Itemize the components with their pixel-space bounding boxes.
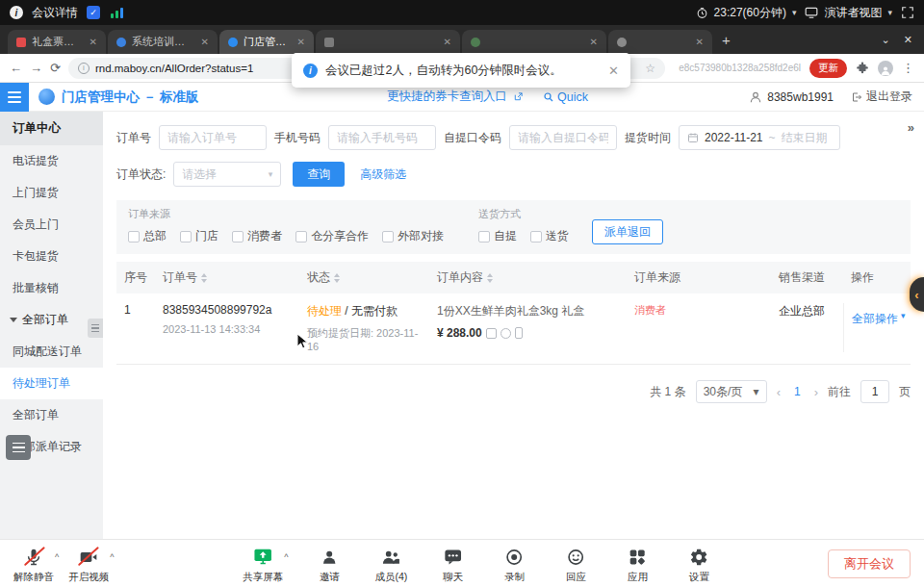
fullscreen-icon[interactable] (901, 6, 914, 19)
note-icon[interactable] (486, 328, 497, 339)
page-size-select[interactable]: 30条/页 ▾ (696, 380, 767, 403)
tab-close-icon[interactable]: ✕ (590, 37, 598, 47)
checkbox-hq[interactable]: 总部 (128, 228, 167, 244)
timer-caret-icon[interactable]: ▾ (792, 8, 797, 17)
tab-close-icon[interactable]: ✕ (201, 37, 209, 47)
bookmark-star-icon[interactable]: ☆ (645, 62, 655, 75)
sidebar-item-batch-verify[interactable]: 批量核销 (0, 272, 103, 304)
reactions-button[interactable]: 回应 (555, 546, 596, 584)
checkbox-icon[interactable] (478, 231, 490, 242)
apps-button[interactable]: 应用 (617, 546, 657, 584)
members-button[interactable]: 成员(4) (371, 546, 411, 584)
network-signal-icon[interactable] (111, 7, 123, 18)
security-shield-icon[interactable]: ✓ (87, 6, 100, 19)
device-icon[interactable] (515, 327, 523, 339)
checkbox-icon[interactable] (232, 231, 244, 242)
browser-profile-avatar[interactable] (878, 61, 893, 76)
browser-menu-icon[interactable]: ⋮ (902, 61, 914, 75)
cell-action[interactable]: 全部操作 ▾ (843, 303, 911, 352)
browser-tab[interactable]: ✕ (316, 30, 460, 54)
unmute-button[interactable]: 解除静音 (13, 546, 54, 584)
checkbox-consumer[interactable]: 消费者 (232, 228, 282, 244)
external-link-icon[interactable] (513, 91, 524, 102)
order-no-input[interactable] (159, 125, 267, 150)
tab-close-icon[interactable]: ✕ (696, 37, 704, 47)
invite-button[interactable]: 邀请 (309, 546, 349, 584)
meeting-details-label[interactable]: 会议详情 (32, 5, 78, 21)
sidebar-item-member-visit[interactable]: 会员上门 (0, 209, 103, 241)
quick-search-link[interactable]: Quick (543, 90, 588, 104)
start-video-button[interactable]: 开启视频 (68, 546, 109, 584)
browser-tab[interactable]: 礼盒票券平台管理中心 ✕ (8, 30, 106, 54)
panel-collapse-icon[interactable]: » (908, 120, 914, 135)
all-actions-dropdown[interactable]: 全部操作 (852, 311, 898, 327)
sort-icon[interactable] (334, 273, 340, 283)
video-options-caret-icon[interactable]: ^ (110, 552, 114, 562)
share-screen-button[interactable]: 共享屏幕 (243, 546, 283, 584)
reload-icon[interactable]: ⟳ (50, 61, 61, 75)
checkbox-icon[interactable] (128, 231, 140, 242)
meeting-info-icon[interactable]: i (10, 6, 23, 19)
quick-entry-link[interactable]: 更快捷的券卡查询入口 (387, 89, 507, 105)
checkbox-store[interactable]: 门店 (180, 228, 218, 244)
col-order-no[interactable]: 订单号 (155, 269, 299, 286)
chat-button[interactable]: 聊天 (432, 546, 473, 584)
search-button[interactable]: 查询 (293, 162, 345, 187)
sidebar-item-door-pickup[interactable]: 上门提货 (0, 177, 103, 209)
tab-close-icon[interactable]: ✕ (90, 37, 97, 47)
dispatch-return-button[interactable]: 派单退回 (592, 219, 663, 244)
window-close-icon[interactable]: ✕ (904, 34, 912, 46)
sort-icon[interactable] (487, 273, 493, 283)
current-page[interactable]: 1 (790, 385, 805, 398)
checkbox-warehouse-share[interactable]: 仓分享合作 (295, 228, 369, 244)
tab-close-icon[interactable]: ✕ (297, 37, 305, 47)
date-range-picker[interactable]: 2022-11-21 ~ 结束日期 (679, 125, 840, 150)
meeting-timer[interactable]: 23:27(60分钟) ▾ (696, 5, 797, 21)
sidebar-item-phone-pickup[interactable]: 电话提货 (0, 145, 103, 177)
sidebar-item-card-pickup[interactable]: 卡包提货 (0, 241, 103, 272)
advanced-filter-link[interactable]: 高级筛选 (360, 166, 406, 183)
browser-tab[interactable]: ✕ (608, 30, 712, 54)
table-row[interactable]: 1 8385934508899792a 2023-11-13 14:33:34 … (116, 294, 911, 365)
checkbox-external[interactable]: 外部对接 (382, 228, 444, 244)
mic-options-caret-icon[interactable]: ^ (55, 552, 59, 562)
leave-meeting-button[interactable]: 离开会议 (828, 549, 911, 578)
site-info-icon[interactable]: i (78, 63, 90, 74)
sidebar-subitem-city-delivery[interactable]: 同城配送订单 (0, 336, 103, 368)
goto-page-input[interactable] (860, 380, 889, 403)
checkbox-self-pickup[interactable]: 自提 (478, 228, 517, 244)
next-page-icon[interactable]: › (814, 385, 818, 399)
browser-tab[interactable]: 系统培训学习 ✕ (108, 30, 218, 54)
prev-page-icon[interactable]: ‹ (777, 385, 781, 399)
record-button[interactable]: 录制 (494, 546, 534, 584)
settings-button[interactable]: 设置 (679, 546, 719, 584)
code-input[interactable] (509, 125, 617, 150)
sidebar-subitem-pending-orders[interactable]: 待处理订单 (0, 368, 103, 399)
sidebar-subitem-all-orders[interactable]: 全部订单 (0, 399, 103, 431)
share-options-caret-icon[interactable]: ^ (284, 552, 288, 562)
view-switcher[interactable]: 演讲者视图 ▾ (805, 5, 892, 21)
phone-input[interactable] (328, 125, 436, 150)
user-account[interactable]: 8385wb1991 (749, 90, 834, 104)
sort-icon[interactable] (201, 273, 207, 283)
checkbox-icon[interactable] (295, 231, 307, 242)
window-minimize-icon[interactable]: ⌄ (882, 34, 890, 46)
new-tab-button[interactable]: + (722, 32, 731, 48)
tab-close-icon[interactable]: ✕ (444, 37, 451, 47)
sidebar-list-button[interactable] (6, 435, 31, 460)
browser-tab-active[interactable]: 门店管理中心 ✕ (219, 30, 314, 54)
chrome-update-button[interactable]: 更新 (809, 59, 847, 78)
forward-icon[interactable]: → (30, 61, 42, 75)
col-content[interactable]: 订单内容 (429, 269, 627, 286)
back-icon[interactable]: ← (10, 61, 22, 75)
hamburger-menu-button[interactable] (0, 83, 29, 112)
col-status[interactable]: 状态 (299, 269, 429, 286)
browser-tab[interactable]: ✕ (462, 30, 606, 54)
emoji-icon[interactable] (500, 328, 511, 339)
checkbox-icon[interactable] (180, 231, 192, 242)
extensions-puzzle-icon[interactable] (856, 62, 869, 75)
checkbox-delivery[interactable]: 送货 (530, 228, 569, 244)
toast-close-icon[interactable]: ✕ (608, 64, 619, 78)
sidebar-collapse-handle[interactable] (88, 319, 103, 338)
order-status-select[interactable]: 请选择 ▾ (173, 162, 281, 187)
